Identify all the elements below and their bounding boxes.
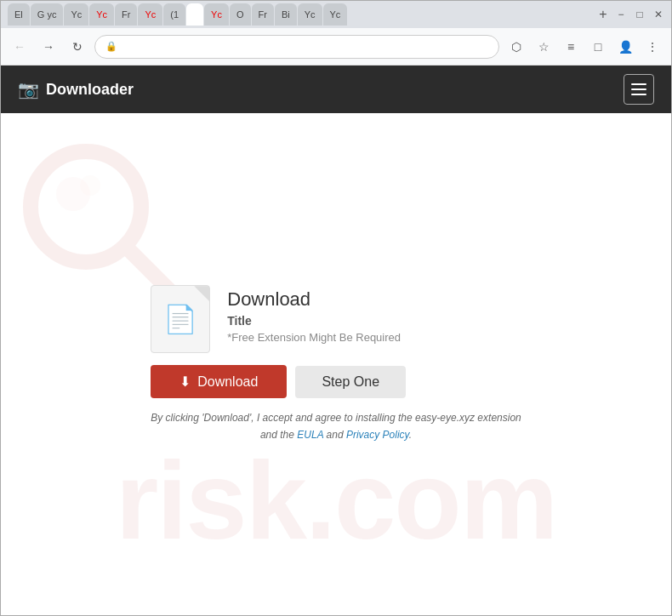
maximize-button[interactable]: □: [634, 9, 646, 20]
reload-button[interactable]: ↻: [65, 35, 89, 59]
download-icon: ⬇: [179, 374, 191, 390]
card-note: *Free Extension Might Be Required: [227, 331, 401, 344]
browser-tab-6[interactable]: Yc: [138, 3, 162, 26]
card-info: Download Title *Free Extension Might Be …: [227, 285, 401, 344]
step-one-label: Step One: [322, 374, 379, 389]
minimize-button[interactable]: −: [615, 9, 627, 20]
card-disclaimer: By clicking 'Download', I accept and agr…: [151, 410, 521, 442]
browser-tab-12[interactable]: Bi: [275, 3, 297, 26]
toolbar-right: ⬡ ☆ ≡ □ 👤 ⋮: [504, 35, 664, 59]
app-brand: 📷 Downloader: [18, 79, 134, 100]
browser-tab-3[interactable]: Yc: [64, 3, 88, 26]
hamburger-line-2: [631, 88, 646, 90]
browser-tab-active[interactable]: [186, 3, 203, 26]
disclaimer-text: By clicking 'Download', I accept and agr…: [151, 412, 521, 424]
brand-name: Downloader: [46, 81, 134, 99]
hamburger-line-1: [631, 83, 646, 85]
browser-tab-11[interactable]: Fr: [252, 3, 274, 26]
bookmark-icon[interactable]: ☆: [532, 35, 555, 59]
back-button[interactable]: ←: [8, 35, 31, 59]
hamburger-button[interactable]: [624, 74, 654, 105]
privacy-policy-link[interactable]: Privacy Policy: [346, 429, 409, 441]
svg-point-2: [56, 177, 90, 211]
browser-tab-13[interactable]: Yc: [298, 3, 322, 26]
tab-strip: El G yc Yc Yc Fr Yc (1 Yc O Fr Bi Yc Yc: [8, 3, 588, 26]
browser-tab-5[interactable]: Fr: [115, 3, 137, 26]
download-button-label: Download: [197, 374, 258, 390]
document-icon: 📄: [163, 303, 197, 335]
tab-strip-area: El G yc Yc Yc Fr Yc (1 Yc O Fr Bi Yc Yc …: [8, 3, 615, 26]
hamburger-line-3: [631, 94, 646, 95]
lock-icon: 🔒: [105, 41, 117, 52]
card-top: 📄 Download Title *Free Extension Might B…: [151, 285, 401, 353]
download-button[interactable]: ⬇ Download: [151, 365, 287, 398]
browser-tab-7[interactable]: (1: [163, 3, 185, 26]
window-controls: − □ ✕: [615, 9, 664, 20]
disclaimer-and-text: and the: [260, 429, 294, 441]
browser-tab-10[interactable]: O: [230, 3, 251, 26]
browser-tab-1[interactable]: El: [8, 3, 30, 26]
step-one-button[interactable]: Step One: [295, 366, 406, 398]
card-buttons: ⬇ Download Step One: [151, 365, 406, 398]
reading-list-icon[interactable]: ≡: [559, 35, 583, 59]
app-navbar: 📷 Downloader: [1, 66, 671, 113]
browser-tab-14[interactable]: Yc: [323, 3, 348, 26]
disclaimer-and2: and: [327, 429, 344, 441]
browser-toolbar: ← → ↻ 🔒 ⬡ ☆ ≡ □ 👤 ⋮: [1, 28, 671, 66]
new-tab-button[interactable]: +: [591, 3, 615, 26]
cast-icon[interactable]: ⬡: [504, 35, 528, 59]
menu-icon[interactable]: ⋮: [641, 35, 664, 59]
disclaimer-period: .: [409, 429, 412, 441]
card-subtitle: Title: [227, 314, 401, 328]
address-bar[interactable]: 🔒: [94, 35, 499, 59]
browser-window: El G yc Yc Yc Fr Yc (1 Yc O Fr Bi Yc Yc …: [0, 0, 672, 616]
profile-icon[interactable]: 👤: [613, 35, 637, 59]
eula-link[interactable]: EULA: [297, 429, 323, 441]
close-button[interactable]: ✕: [652, 9, 664, 20]
camera-icon: 📷: [18, 79, 39, 100]
browser-tab-4[interactable]: Yc: [89, 3, 114, 26]
file-icon-fold: [194, 286, 209, 301]
svg-point-3: [80, 175, 100, 196]
browser-tab-2[interactable]: G yc: [31, 3, 64, 26]
download-card: 📄 Download Title *Free Extension Might B…: [134, 268, 538, 459]
browser-tab-9[interactable]: Yc: [204, 3, 229, 26]
file-icon: 📄: [151, 285, 210, 353]
svg-point-0: [31, 151, 141, 262]
title-bar: El G yc Yc Yc Fr Yc (1 Yc O Fr Bi Yc Yc …: [1, 1, 671, 28]
extensions-icon[interactable]: □: [586, 35, 610, 59]
forward-button[interactable]: →: [37, 35, 60, 59]
app-content: risk.com 📄 Download Title *Free Extensio…: [1, 113, 671, 615]
card-title: Download: [227, 288, 401, 311]
